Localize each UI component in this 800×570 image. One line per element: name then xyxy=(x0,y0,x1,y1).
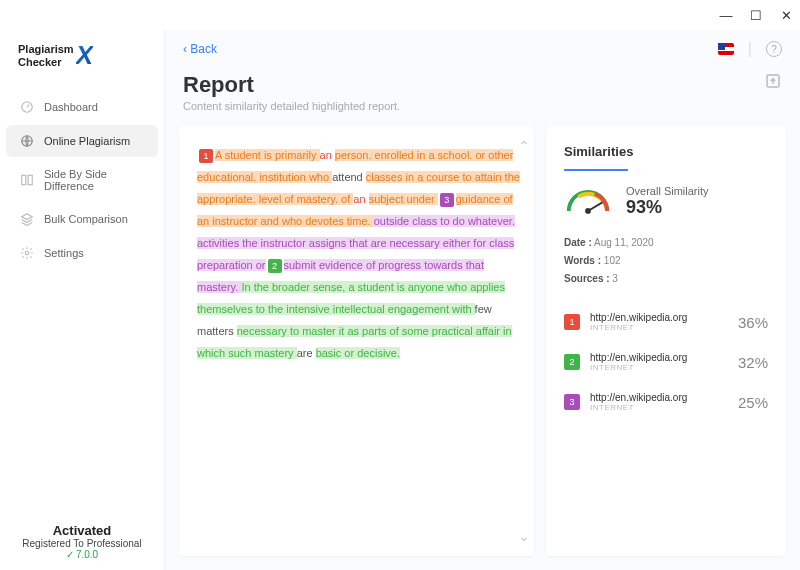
license-version: 7.0.0 xyxy=(10,549,154,560)
source-badge: 2 xyxy=(564,354,580,370)
meta-date: Aug 11, 2020 xyxy=(594,237,654,248)
report-text-panel: ⌃ 1A student is primarily an person. enr… xyxy=(179,126,534,556)
report-segment: an xyxy=(320,149,335,161)
gauge-icon xyxy=(564,187,612,217)
scroll-down-icon[interactable]: ⌄ xyxy=(518,522,530,550)
gauge-icon xyxy=(20,100,34,114)
source-row[interactable]: 1http://en.wikipedia.orgINTERNET36% xyxy=(564,302,768,342)
sidebar-item-online-plagiarism[interactable]: Online Plagiarism xyxy=(6,125,158,157)
overall-label: Overall Similarity xyxy=(626,185,709,197)
main-area: ‹ Back | ? Report Content similarity det… xyxy=(165,30,800,570)
sidebar-item-label: Settings xyxy=(44,247,84,259)
source-marker[interactable]: 1 xyxy=(199,149,213,163)
page-header: Report Content similarity detailed highl… xyxy=(165,68,800,126)
app-logo: Plagiarism Checker X xyxy=(0,30,164,89)
logo-x-icon: X xyxy=(76,40,93,71)
logo-text-2: Checker xyxy=(18,56,74,68)
sidebar-item-label: Bulk Comparison xyxy=(44,213,128,225)
globe-icon xyxy=(20,134,34,148)
overall-percentage: 93% xyxy=(626,197,709,218)
source-row[interactable]: 3http://en.wikipedia.orgINTERNET25% xyxy=(564,382,768,422)
flag-icon[interactable] xyxy=(718,43,734,55)
sidebar: Plagiarism Checker X Dashboard Online Pl… xyxy=(0,30,165,570)
report-segment: subject under xyxy=(369,193,438,205)
sidebar-item-label: Online Plagiarism xyxy=(44,135,130,147)
minimize-button[interactable]: — xyxy=(720,9,732,21)
help-icon[interactable]: ? xyxy=(766,41,782,57)
sidebar-item-label: Side By Side Difference xyxy=(44,168,144,192)
topbar: ‹ Back | ? xyxy=(165,30,800,68)
layers-icon xyxy=(20,212,34,226)
source-badge: 3 xyxy=(564,394,580,410)
meta-sources: 3 xyxy=(612,273,618,284)
source-url: http://en.wikipedia.org xyxy=(590,312,728,323)
source-row[interactable]: 2http://en.wikipedia.orgINTERNET32% xyxy=(564,342,768,382)
report-segment: an xyxy=(353,193,368,205)
sidebar-item-bulk-comparison[interactable]: Bulk Comparison xyxy=(6,203,158,235)
source-percentage: 36% xyxy=(738,314,768,331)
close-button[interactable]: ✕ xyxy=(780,9,792,21)
svg-rect-2 xyxy=(22,175,26,184)
scroll-up-icon[interactable]: ⌃ xyxy=(518,132,530,160)
similarities-title: Similarities xyxy=(564,144,633,169)
similarities-panel: Similarities Overall Similarity 93% Date… xyxy=(546,126,786,556)
report-segment: are xyxy=(297,347,316,359)
svg-line-7 xyxy=(588,202,602,211)
report-segment: basic or decisive. xyxy=(316,347,400,359)
source-type: INTERNET xyxy=(590,363,728,372)
back-button[interactable]: ‹ Back xyxy=(183,42,217,56)
license-info: Activated Registered To Professional 7.0… xyxy=(0,513,164,570)
page-subtitle: Content similarity detailed highlighted … xyxy=(183,100,400,112)
compare-icon xyxy=(20,173,34,187)
export-icon[interactable] xyxy=(764,72,782,90)
svg-point-4 xyxy=(25,251,29,255)
logo-text-1: Plagiarism xyxy=(18,43,74,55)
svg-rect-3 xyxy=(28,175,32,184)
source-marker[interactable]: 3 xyxy=(440,193,454,207)
sidebar-item-side-by-side[interactable]: Side By Side Difference xyxy=(6,159,158,201)
source-url: http://en.wikipedia.org xyxy=(590,392,728,403)
report-body: 1A student is primarily an person. enrol… xyxy=(197,144,522,364)
source-badge: 1 xyxy=(564,314,580,330)
sidebar-item-label: Dashboard xyxy=(44,101,98,113)
sidebar-item-dashboard[interactable]: Dashboard xyxy=(6,91,158,123)
page-title: Report xyxy=(183,72,400,98)
gear-icon xyxy=(20,246,34,260)
source-type: INTERNET xyxy=(590,323,728,332)
report-segment: attend xyxy=(332,171,366,183)
sidebar-item-settings[interactable]: Settings xyxy=(6,237,158,269)
report-segment: A student is primarily xyxy=(215,149,320,161)
license-registration: Registered To Professional xyxy=(10,538,154,549)
report-segment: necessary to master it as parts xyxy=(237,325,390,337)
source-url: http://en.wikipedia.org xyxy=(590,352,728,363)
source-type: INTERNET xyxy=(590,403,728,412)
nav: Dashboard Online Plagiarism Side By Side… xyxy=(0,89,164,513)
source-percentage: 32% xyxy=(738,354,768,371)
source-marker[interactable]: 2 xyxy=(268,259,282,273)
report-meta: Date : Aug 11, 2020 Words : 102 Sources … xyxy=(564,234,768,288)
meta-words: 102 xyxy=(604,255,621,266)
source-percentage: 25% xyxy=(738,394,768,411)
sources-list: 1http://en.wikipedia.orgINTERNET36%2http… xyxy=(564,302,768,422)
license-status: Activated xyxy=(10,523,154,538)
window-titlebar: — ☐ ✕ xyxy=(0,0,800,30)
report-segment: In the broader sense, a student is anyon… xyxy=(197,281,505,315)
maximize-button[interactable]: ☐ xyxy=(750,9,762,21)
